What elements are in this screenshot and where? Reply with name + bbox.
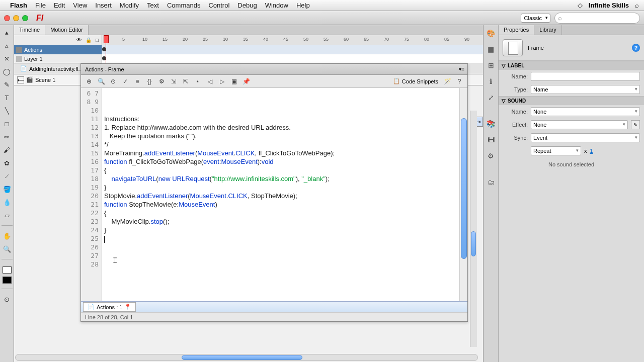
dock-swatches-icon[interactable]: ▦: [486, 44, 496, 54]
line-tool[interactable]: ╲: [2, 106, 12, 116]
eyedropper-tool[interactable]: 💧: [2, 197, 12, 207]
menu-insert[interactable]: Insert: [95, 2, 112, 9]
bone-tool[interactable]: ⟋: [2, 171, 12, 181]
repeat-select[interactable]: Repeat: [531, 146, 581, 155]
label-type-select[interactable]: Name: [531, 85, 640, 94]
menu-help[interactable]: Help: [296, 2, 310, 9]
next-button[interactable]: ▷: [217, 76, 227, 86]
menu-file[interactable]: File: [35, 2, 46, 9]
hand-tool[interactable]: ✋: [2, 231, 12, 241]
layer-actions[interactable]: Actions: [14, 45, 102, 54]
dock-movie-icon[interactable]: 🎞: [486, 135, 496, 145]
outline-icon[interactable]: □: [96, 37, 99, 43]
menu-commands[interactable]: Commands: [167, 2, 200, 9]
auto-format-button[interactable]: ≡: [132, 76, 142, 86]
paint-bucket-tool[interactable]: 🪣: [2, 184, 12, 194]
playhead[interactable]: [104, 35, 109, 63]
account-label[interactable]: Infinite Skills: [589, 2, 629, 9]
rectangle-tool[interactable]: □: [2, 119, 12, 129]
add-script-button[interactable]: ⊕: [84, 76, 94, 86]
lasso-tool[interactable]: ◯: [2, 66, 12, 76]
track-actions[interactable]: [102, 45, 483, 54]
scroll-thumb[interactable]: [182, 355, 302, 360]
spotlight-icon[interactable]: ⌕: [635, 2, 639, 9]
track-layer1[interactable]: [102, 54, 483, 63]
scene-back[interactable]: ⟵: [17, 76, 24, 83]
eraser-tool[interactable]: ▱: [2, 210, 12, 220]
menu-modify[interactable]: Modify: [120, 2, 139, 9]
sync-select[interactable]: Event: [531, 133, 640, 142]
panel-menu-icon[interactable]: ▾≡: [459, 66, 464, 72]
dock-transform-icon[interactable]: ⤢: [486, 93, 496, 103]
section-sound[interactable]: ▽SOUND: [499, 97, 644, 105]
frame-name-input[interactable]: [531, 72, 640, 81]
stroke-color[interactable]: [3, 266, 12, 274]
dock-components-icon[interactable]: ⚙: [486, 151, 496, 161]
debug-button[interactable]: ⚙: [156, 76, 167, 86]
brush-tool[interactable]: 🖌: [2, 145, 12, 155]
scroll-thumb[interactable]: [461, 118, 467, 259]
dock-align-icon[interactable]: ⊞: [486, 60, 496, 70]
selection-tool[interactable]: ▴: [2, 27, 12, 37]
menu-control[interactable]: Control: [208, 2, 229, 9]
sound-name-select[interactable]: None: [531, 107, 640, 116]
help-button[interactable]: ?: [454, 76, 464, 86]
snap-tool[interactable]: ⊙: [2, 294, 12, 304]
workspace-selector[interactable]: Classic: [521, 14, 550, 23]
deco-tool[interactable]: ✿: [2, 158, 12, 168]
menu-window[interactable]: Window: [265, 2, 288, 9]
tab-properties[interactable]: Properties: [499, 25, 534, 35]
pin-button[interactable]: 📌: [241, 76, 251, 86]
vertical-scrollbar[interactable]: [459, 88, 467, 301]
app-name[interactable]: Flash: [10, 2, 27, 9]
stage-horizontal-scrollbar[interactable]: [15, 354, 478, 361]
code-editor[interactable]: 𝙸 Instructions:1. Replace http://www.ado…: [102, 88, 459, 301]
menu-debug[interactable]: Debug: [237, 2, 257, 9]
section-label[interactable]: ▽LABEL: [499, 61, 644, 70]
dock-color-icon[interactable]: 🎨: [486, 28, 496, 38]
search-help-input[interactable]: [554, 13, 640, 24]
bookmark-button[interactable]: ▣: [229, 76, 239, 86]
wifi-icon[interactable]: ◇: [578, 2, 583, 9]
pen-tool[interactable]: ✎: [2, 79, 12, 89]
fill-color[interactable]: [3, 277, 12, 284]
tab-motion-editor[interactable]: Motion Editor: [45, 25, 89, 35]
timeline-ruler[interactable]: 51015202530354045505560657075808590: [102, 35, 483, 45]
show-code-hint-button[interactable]: {}: [144, 76, 154, 86]
layer-1[interactable]: Layer 1: [14, 54, 102, 63]
visibility-icon[interactable]: 👁: [76, 37, 82, 43]
zoom-tool[interactable]: 🔍: [2, 244, 12, 254]
find-button[interactable]: 🔍: [96, 76, 106, 86]
dock-library-icon[interactable]: 📚: [486, 119, 496, 129]
dock-info-icon[interactable]: ℹ: [486, 76, 496, 86]
code-snippets-button[interactable]: 📋Code Snippets: [391, 77, 440, 85]
script-assist-button[interactable]: 🪄: [442, 76, 452, 86]
pin-icon[interactable]: 📍: [124, 304, 131, 310]
prev-button[interactable]: ◁: [205, 76, 215, 86]
dock-project-icon[interactable]: 🗂: [486, 177, 496, 187]
menu-edit[interactable]: Edit: [54, 2, 65, 9]
close-button[interactable]: [4, 15, 10, 21]
scroll-thumb[interactable]: [471, 231, 476, 256]
edit-effect-button[interactable]: ✎: [631, 120, 640, 129]
collapse-button[interactable]: ⇲: [169, 76, 179, 86]
expand-button[interactable]: ⇱: [181, 76, 191, 86]
text-tool[interactable]: T: [2, 93, 12, 103]
help-icon[interactable]: ?: [632, 44, 640, 52]
lock-icon[interactable]: 🔒: [86, 37, 92, 43]
zoom-button[interactable]: [22, 15, 28, 21]
tab-timeline[interactable]: Timeline: [14, 25, 45, 35]
minimize-button[interactable]: [13, 15, 19, 21]
menu-text[interactable]: Text: [147, 2, 159, 9]
menu-view[interactable]: View: [73, 2, 87, 9]
subselection-tool[interactable]: ▵: [2, 40, 12, 50]
timeline-frames[interactable]: 51015202530354045505560657075808590: [102, 35, 483, 63]
actions-panel-title[interactable]: Actions - Frame ▾≡: [81, 64, 467, 75]
target-button[interactable]: ⊙: [108, 76, 118, 86]
comment-button[interactable]: ⋆: [193, 76, 203, 86]
pencil-tool[interactable]: ✏: [2, 132, 12, 142]
check-syntax-button[interactable]: ✓: [120, 76, 130, 86]
free-transform-tool[interactable]: ⤧: [2, 53, 12, 63]
tab-library[interactable]: Library: [534, 25, 562, 35]
stage-vertical-scrollbar[interactable]: [470, 111, 477, 347]
